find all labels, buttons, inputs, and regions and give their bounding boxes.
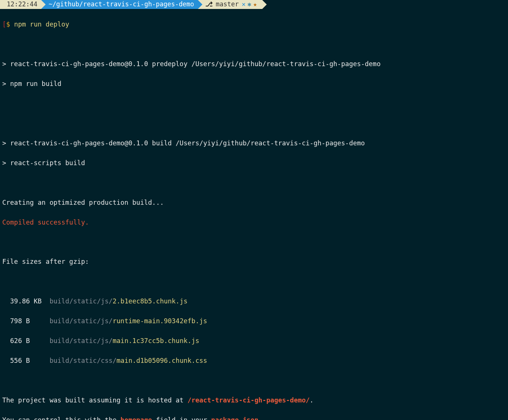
hosted-at-line: The project was built assuming it is hos…: [2, 395, 506, 405]
file-size-row: 626 B build/static/js/main.1c37cc5b.chun…: [2, 336, 506, 346]
prompt-dollar: $: [6, 21, 10, 28]
blank-line: [2, 178, 506, 188]
git-branch-icon: ⎇: [205, 0, 213, 9]
blank-line: [2, 39, 506, 49]
terminal-prompt-bar: 12:22:44 ~/github/react-travis-ci-gh-pag…: [0, 0, 508, 9]
prompt-path-segment: ~/github/react-travis-ci-gh-pages-demo: [41, 0, 198, 9]
prompt-branch-name: master: [216, 0, 239, 9]
prompt-branch-segment: ⎇ master ✕ ✱ ★: [198, 0, 262, 9]
git-status-icons: ✕ ✱ ★: [242, 0, 257, 9]
blank-line: [2, 237, 506, 247]
predeploy-header: > react-travis-ci-gh-pages-demo@0.1.0 pr…: [2, 59, 506, 69]
creating-build-line: Creating an optimized production build..…: [2, 198, 506, 208]
build-command: > react-scripts build: [2, 158, 506, 168]
entered-command: npm run deploy: [14, 21, 70, 28]
compiled-success-line: Compiled successfully.: [2, 217, 506, 228]
terminal-output[interactable]: [$ npm run deploy > react-travis-ci-gh-p…: [0, 9, 508, 420]
blank-line: [2, 118, 506, 129]
blank-line: [2, 277, 506, 287]
prompt-time: 12:22:44: [7, 0, 37, 9]
command-line: [$ npm run deploy: [2, 19, 506, 30]
star-icon: ★: [253, 0, 257, 9]
file-size-row: 556 B build/static/css/main.d1b05096.chu…: [2, 356, 506, 366]
x-icon: ✕: [242, 0, 245, 9]
prompt-bracket: [: [2, 21, 6, 28]
prompt-time-segment: 12:22:44: [0, 0, 41, 9]
blank-line: [2, 376, 506, 386]
blank-line: [2, 99, 506, 109]
file-size-row: 39.86 KB build/static/js/2.b1eec8b5.chun…: [2, 296, 506, 306]
file-sizes-header: File sizes after gzip:: [2, 257, 506, 267]
build-header: > react-travis-ci-gh-pages-demo@0.1.0 bu…: [2, 138, 506, 148]
prompt-path: ~/github/react-travis-ci-gh-pages-demo: [49, 0, 194, 9]
homepage-hint-line: You can control this with the homepage f…: [2, 415, 506, 420]
file-size-row: 798 B build/static/js/runtime-main.90342…: [2, 316, 506, 326]
gear-icon: ✱: [248, 0, 251, 9]
predeploy-command: > npm run build: [2, 79, 506, 89]
